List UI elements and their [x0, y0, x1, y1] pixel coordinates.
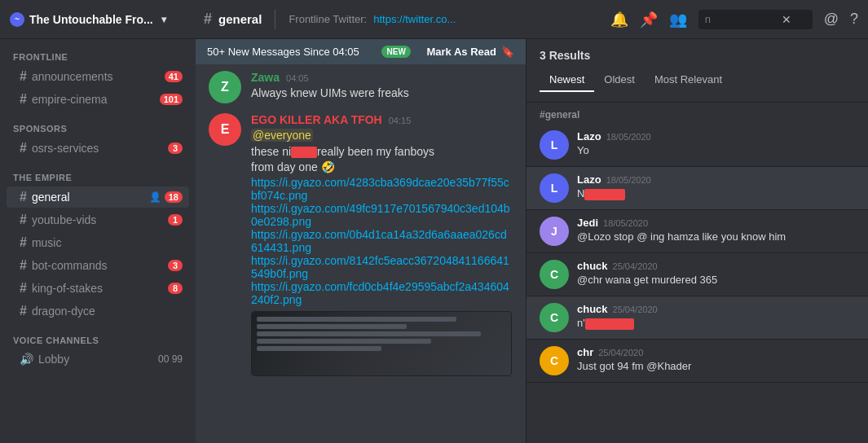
pin-icon[interactable]: 📌: [640, 11, 658, 29]
search-results-count: 3 Results: [540, 49, 855, 62]
channel-item-music[interactable]: # music: [7, 232, 189, 253]
message-link[interactable]: https://i.gyazo.com/0b4d1ca14a32d6a6aaea…: [251, 228, 513, 254]
search-message-time: 18/05/2020: [606, 175, 651, 185]
search-message-time: 25/04/2020: [598, 348, 643, 357]
section-the-empire: THE EMPIRE: [0, 160, 196, 186]
server-chevron-icon: ▾: [161, 14, 166, 25]
search-message-header: Jedi 18/05/2020: [577, 217, 855, 229]
sidebar: FRONTLINE # announcements 41 # empire-ci…: [0, 39, 196, 443]
search-input[interactable]: [705, 13, 778, 25]
members-icon[interactable]: 👥: [669, 11, 687, 29]
search-message-content: Lazo 18/05/2020 Yo: [577, 130, 855, 156]
channel-header: # general Frontline Twitter: https://twi…: [204, 10, 604, 29]
message-header: EGO KILLER AKA TFOH 04:15: [251, 113, 513, 126]
search-message-author: chr: [577, 346, 593, 358]
active-badge-area: 👤 18: [149, 191, 183, 203]
search-message-time: 25/04/2020: [613, 305, 658, 314]
search-message-header: Lazo 18/05/2020: [577, 130, 855, 143]
header-divider: [275, 10, 275, 29]
message-content: Zawa 04:05 Always knew UIMs were freaks: [251, 71, 513, 103]
search-avatar: L: [540, 173, 569, 203]
server-name[interactable]: ~ The Untouchable Fro... ▾: [10, 12, 197, 27]
server-icon: ~: [10, 12, 24, 27]
hash-icon: #: [20, 281, 27, 296]
message-row: E EGO KILLER AKA TFOH 04:15 @everyone th…: [209, 113, 513, 376]
mark-as-read-button[interactable]: Mark As Read 🔖: [427, 46, 515, 58]
avatar: E: [209, 113, 241, 146]
search-header: 3 Results Newest Oldest Most Relevant: [527, 39, 868, 103]
message-link[interactable]: https://i.gyazo.com/8142fc5eacc367204841…: [251, 254, 513, 280]
search-result[interactable]: J Jedi 18/05/2020 @Lozo stop @ ing hamza…: [527, 210, 868, 253]
section-frontline: FRONTLINE: [0, 39, 196, 65]
search-message-text: N: [577, 187, 855, 200]
voice-channel-lobby[interactable]: 🔊 Lobby 00 99: [7, 349, 189, 369]
search-tabs: Newest Oldest Most Relevant: [540, 68, 855, 92]
message-time: 04:15: [389, 116, 412, 125]
header-icons: 🔔 📌 👥 ✕ @ ?: [610, 10, 858, 29]
channel-item-announcements[interactable]: # announcements 41: [7, 66, 189, 87]
hash-icon: #: [20, 69, 27, 84]
search-avatar: C: [540, 260, 569, 289]
channel-item-youtube-vids[interactable]: # youtube-vids 1: [7, 209, 189, 230]
search-result[interactable]: C chuck 25/04/2020 n': [527, 296, 868, 340]
server-name-label: The Untouchable Fro...: [29, 13, 153, 26]
channel-item-general[interactable]: # general 👤 18: [7, 186, 189, 208]
channel-item-dragon-dyce[interactable]: # dragon-dyce: [7, 300, 189, 322]
search-result[interactable]: C chr 25/04/2020 Just got 94 fm @Khader: [527, 340, 868, 383]
hash-icon: #: [20, 304, 27, 318]
message-body: these nireally been my fanboysfrom day o…: [251, 144, 513, 176]
screenshot-inner: [252, 312, 511, 375]
channel-item-bot-commands[interactable]: # bot-commands 3: [7, 255, 189, 276]
search-message-content: chr 25/04/2020 Just got 94 fm @Khader: [577, 346, 855, 372]
member-icon: 👤: [149, 191, 161, 203]
channel-item-empire-cinema[interactable]: # empire-cinema 101: [7, 89, 189, 110]
messages-container: Z Zawa 04:05 Always knew UIMs were freak…: [196, 64, 526, 443]
search-avatar: C: [540, 303, 569, 332]
search-tab-oldest[interactable]: Oldest: [594, 68, 645, 92]
search-result[interactable]: L Lazo 18/05/2020 N: [527, 167, 868, 210]
message-link[interactable]: https://i.gyazo.com/49fc9117e701567940c3…: [251, 202, 513, 228]
help-icon[interactable]: ?: [850, 11, 858, 28]
search-message-content: Lazo 18/05/2020 N: [577, 173, 855, 200]
top-bar: ~ The Untouchable Fro... ▾ # general Fro…: [0, 0, 868, 39]
search-message-time: 18/05/2020: [606, 132, 651, 142]
search-avatar: J: [540, 217, 569, 246]
search-result[interactable]: C chuck 25/04/2020 @chr wana get murdere…: [527, 253, 868, 296]
hash-icon: #: [20, 190, 27, 204]
message-row: Z Zawa 04:05 Always knew UIMs were freak…: [209, 71, 513, 103]
message-time: 04:05: [286, 73, 309, 83]
message-link[interactable]: https://i.gyazo.com/4283cba369dcae20e35b…: [251, 176, 513, 202]
notification-bell-icon[interactable]: 🔔: [610, 11, 628, 29]
channel-hash-icon: #: [204, 11, 212, 28]
avatar: Z: [209, 71, 241, 103]
search-message-time: 18/05/2020: [603, 218, 648, 228]
channel-item-king-of-stakes[interactable]: # king-of-stakes 8: [7, 278, 189, 299]
search-channel-label: #general: [527, 103, 868, 124]
message-link[interactable]: https://i.gyazo.com/fcd0cb4f4e29595abcf2…: [251, 280, 513, 306]
search-tab-most-relevant[interactable]: Most Relevant: [645, 68, 732, 92]
message-header: Zawa 04:05: [251, 71, 513, 84]
search-panel: 3 Results Newest Oldest Most Relevant #g…: [526, 39, 868, 443]
hash-icon: #: [20, 92, 27, 107]
message-author: EGO KILLER AKA TFOH: [251, 113, 382, 126]
bookmark-icon: 🔖: [501, 46, 514, 58]
hash-icon: #: [20, 213, 27, 227]
search-message-author: chuck: [577, 303, 608, 315]
channel-name-header: general: [218, 12, 262, 26]
search-message-time: 25/04/2020: [613, 261, 658, 271]
at-icon[interactable]: @: [824, 11, 839, 28]
channel-item-osrs-services[interactable]: # osrs-services 3: [7, 138, 189, 159]
message-author: Zawa: [251, 71, 280, 84]
search-message-author: Lazo: [577, 130, 601, 143]
search-message-text: @chr wana get murdered 365: [577, 274, 855, 286]
section-voice-channels: VOICE CHANNELS: [0, 322, 196, 349]
search-tab-newest[interactable]: Newest: [540, 68, 594, 92]
search-message-header: chuck 25/04/2020: [577, 260, 855, 272]
search-result[interactable]: L Lazo 18/05/2020 Yo: [527, 124, 868, 167]
search-avatar: L: [540, 130, 569, 160]
search-clear-icon[interactable]: ✕: [782, 13, 791, 26]
topic-link[interactable]: https://twitter.co...: [373, 13, 456, 25]
message-text: @everyone: [251, 128, 513, 144]
topic-prefix: Frontline Twitter:: [289, 13, 367, 25]
search-box[interactable]: ✕: [698, 10, 813, 29]
